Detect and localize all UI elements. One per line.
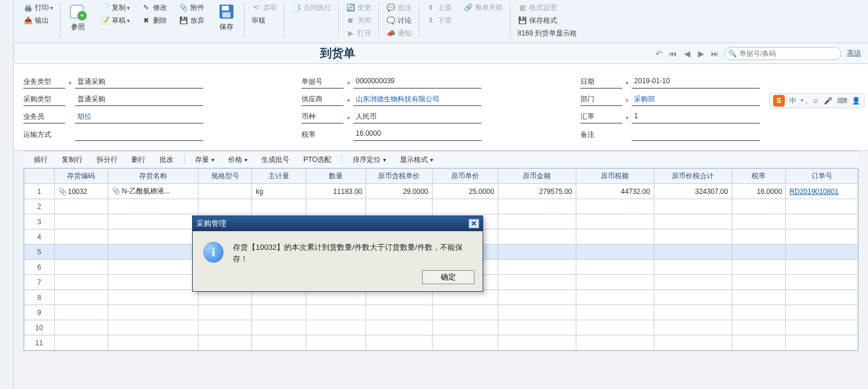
cell-rownum[interactable]: 8 [24,290,55,305]
display-fmt-button[interactable]: 显示格式▾ [394,154,439,166]
col-tax-price[interactable]: 原币含税单价 [366,169,432,184]
discard-button[interactable]: 💾 放弃 [176,14,207,27]
cell-spec[interactable] [198,335,252,351]
cell-unit-price[interactable]: 25.0000 [432,184,498,199]
insert-row-button[interactable]: 插行 [28,154,54,166]
cell-order-no[interactable] [786,229,858,245]
cell-unit-price[interactable] [432,199,498,214]
print-button[interactable]: 🖨️ 打印 ▾ [21,1,55,14]
ime-smiley-icon[interactable]: ☺ [812,97,819,105]
cell-stock-code[interactable] [54,305,108,320]
date-value[interactable]: 2019-01-10 [632,77,760,89]
delete-row-button[interactable]: 删行 [126,154,151,166]
cell-stock-name[interactable] [108,229,199,245]
delete-button[interactable]: ✖ 删除 [139,14,169,27]
cell-main-unit[interactable]: kg [252,184,306,199]
cell-stock-code[interactable] [54,275,108,290]
save-format-button[interactable]: 💾 保存格式 [515,14,579,27]
modify-button[interactable]: ✎ 修改 [139,1,169,14]
stock-qty-button[interactable]: 存量▾ [189,154,220,166]
cell-amount[interactable]: 279575.00 [498,184,576,199]
pto-button[interactable]: PTO选配 [297,154,337,166]
col-tax-rate[interactable]: 税率 [732,169,786,184]
cell-amount[interactable] [498,245,576,260]
cell-total[interactable] [654,260,732,275]
output-button[interactable]: 📤 输出 [21,14,55,27]
cell-tax-amount[interactable] [576,335,654,351]
cell-total[interactable] [654,245,732,260]
search-input[interactable] [738,49,837,58]
col-stock-name[interactable]: 存货名称 [108,169,199,184]
whole-link-button[interactable]: 🔗 整单关联 [461,1,505,14]
cell-total[interactable] [654,290,732,305]
cell-order-no[interactable] [786,290,858,305]
col-qty[interactable]: 数量 [306,169,366,184]
cell-spec[interactable] [198,184,252,199]
cell-rownum[interactable]: 9 [24,305,55,320]
notify-button[interactable]: 📣 通知 [384,27,414,40]
cell-tax-amount[interactable] [576,245,654,260]
remark-value[interactable] [632,129,760,141]
cell-order-no[interactable] [786,214,858,229]
cell-unit-price[interactable] [432,335,498,351]
ime-punct-icon[interactable]: • , [801,97,807,105]
col-amount[interactable]: 原币金额 [498,169,576,184]
cell-stock-name[interactable] [108,214,199,229]
cell-tax-rate[interactable] [732,305,786,320]
cell-order-no[interactable] [786,320,858,335]
cell-tax-rate[interactable] [732,275,786,290]
cell-rownum[interactable]: 4 [24,229,55,245]
cell-tax-price[interactable] [366,335,432,351]
advanced-link[interactable]: 高级 [847,48,861,58]
exch-rate-value[interactable]: 1 [632,112,760,123]
col-order-no[interactable]: 订单号 [786,169,858,184]
cell-stock-name[interactable] [108,199,199,214]
cell-tax-rate[interactable] [732,335,786,351]
col-spec[interactable]: 规格型号 [198,169,252,184]
cell-tax-price[interactable] [366,199,432,214]
col-tax-amount[interactable]: 原币税额 [576,169,654,184]
open-button[interactable]: ▶ 打开 [343,27,374,40]
cell-stock-code[interactable] [54,199,108,214]
cell-stock-name[interactable] [108,260,199,275]
currency-value[interactable]: 人民币 [353,112,481,123]
cell-stock-name[interactable] [108,275,199,290]
cell-stock-code[interactable] [54,335,108,351]
table-row[interactable]: 2 [24,199,858,214]
cell-stock-code[interactable] [54,245,108,260]
operator-value[interactable]: 胡位 [75,112,203,123]
cell-tax-amount[interactable] [576,214,654,229]
cell-rownum[interactable]: 3 [24,214,55,229]
cell-tax-price[interactable]: 29.0000 [366,184,432,199]
cell-stock-code[interactable]: 📎10032 [54,184,108,199]
cell-tax-rate[interactable] [732,245,786,260]
cell-qty[interactable] [306,290,366,305]
cell-tax-amount[interactable]: 44732.00 [576,184,654,199]
batch-button[interactable]: 💬 批注 [384,1,414,14]
cell-unit-price[interactable] [432,305,498,320]
cell-stock-code[interactable] [54,320,108,335]
cell-amount[interactable] [498,335,576,351]
col-main-unit[interactable]: 主计量 [252,169,306,184]
cell-tax-rate[interactable]: 16.0000 [732,184,786,199]
save-button[interactable]: 保存 [214,1,239,33]
cell-unit-price[interactable] [432,290,498,305]
cell-rownum[interactable]: 10 [24,320,55,335]
cell-total[interactable] [654,199,732,214]
ime-keyboard-icon[interactable]: ⌨ [837,97,847,105]
ship-mode-value[interactable] [75,129,203,141]
cell-qty[interactable] [306,320,366,335]
cell-order-no[interactable] [786,245,858,260]
cell-stock-name[interactable] [108,245,199,260]
cell-tax-amount[interactable] [576,290,654,305]
cell-stock-code[interactable] [54,229,108,245]
prev-button[interactable]: ◀ [682,48,692,59]
cell-order-no[interactable] [786,260,858,275]
cell-rownum[interactable]: 11 [24,335,55,351]
format-select[interactable]: 8169 到货单显示格 [515,27,579,40]
table-row[interactable]: 11 [24,335,858,351]
dialog-ok-button[interactable]: 确定 [422,270,474,284]
dept-value[interactable]: 采购部 [632,94,760,106]
cell-amount[interactable] [498,260,576,275]
reference-button[interactable]: + 参照 [65,1,91,33]
